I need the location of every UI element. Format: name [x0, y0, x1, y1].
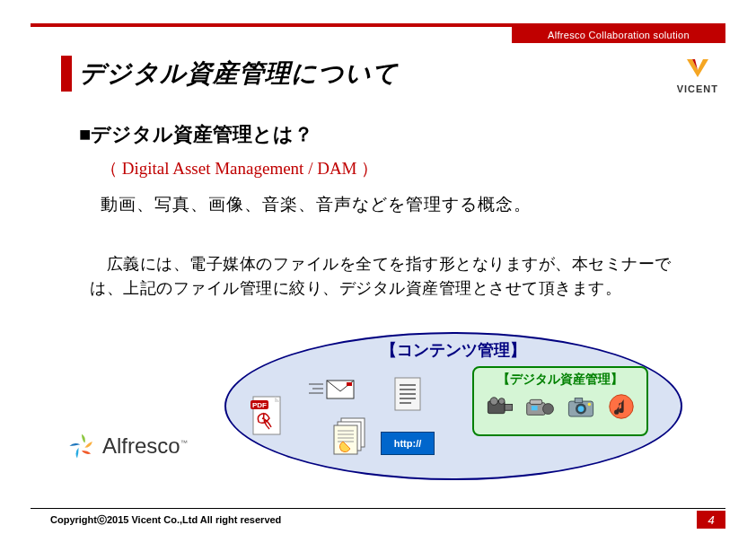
outer-icons-group: PDF — [250, 375, 435, 456]
svg-rect-25 — [505, 404, 513, 410]
svg-point-36 — [587, 403, 590, 406]
copyright-text: Copyrightⓒ2015 Vicent Co.,Ltd All right … — [50, 513, 281, 527]
svg-rect-31 — [531, 406, 537, 410]
body-text-2: 広義には、電子媒体のファイルを全てを指す形となりますが、本セミナーでは、上記のフ… — [90, 252, 702, 301]
dam-icons-row — [474, 393, 646, 420]
vicent-v-icon — [685, 57, 710, 79]
alfresco-logo: Alfresco™ — [66, 431, 188, 461]
pdf-icon: PDF — [250, 395, 284, 436]
doc-stack-icon — [332, 416, 372, 456]
alfresco-text: Alfresco™ — [102, 433, 188, 459]
http-box: http:// — [381, 432, 435, 455]
text-doc-icon — [393, 376, 422, 412]
vicent-text: VICENT — [677, 83, 718, 94]
svg-point-27 — [498, 398, 505, 405]
svg-point-35 — [577, 406, 584, 412]
camcorder-icon — [485, 393, 515, 420]
camera-icon — [566, 393, 596, 420]
vicent-logo: VICENT — [677, 57, 718, 94]
svg-text:PDF: PDF — [252, 401, 267, 409]
dam-box-label: 【デジタル資産管理】 — [474, 372, 646, 388]
page-number: 4 — [697, 511, 725, 529]
footer-line — [31, 508, 725, 509]
content-block: ■デジタル資産管理とは？ （ Digital Asset Management … — [79, 121, 702, 301]
svg-marker-0 — [687, 59, 708, 77]
envelope-motion-icon — [307, 375, 357, 402]
camcorder2-icon — [525, 393, 556, 420]
content-management-diagram: 【コンテンツ管理】 PDF — [224, 332, 682, 485]
heading-1: ■デジタル資産管理とは？ — [79, 121, 702, 148]
title-red-bar — [61, 56, 72, 92]
title-area: デジタル資産管理について — [61, 56, 399, 92]
body-text-1: 動画、写真、画像、音楽、音声などを管理する概念。 — [101, 193, 702, 216]
outer-ellipse-label: 【コンテンツ管理】 — [224, 339, 682, 361]
alfresco-swirl-icon — [66, 431, 97, 461]
music-icon — [606, 393, 637, 420]
dam-box: 【デジタル資産管理】 — [472, 366, 648, 436]
slide-title: デジタル資産管理について — [79, 57, 399, 91]
subtitle-dam: （ Digital Asset Management / DAM ） — [101, 157, 702, 180]
svg-rect-30 — [530, 399, 542, 404]
header-solution-bar: Alfresco Collaboration solution — [512, 27, 725, 43]
svg-rect-33 — [575, 398, 583, 403]
svg-point-26 — [489, 398, 497, 406]
svg-point-29 — [542, 404, 553, 415]
svg-rect-10 — [347, 382, 352, 386]
